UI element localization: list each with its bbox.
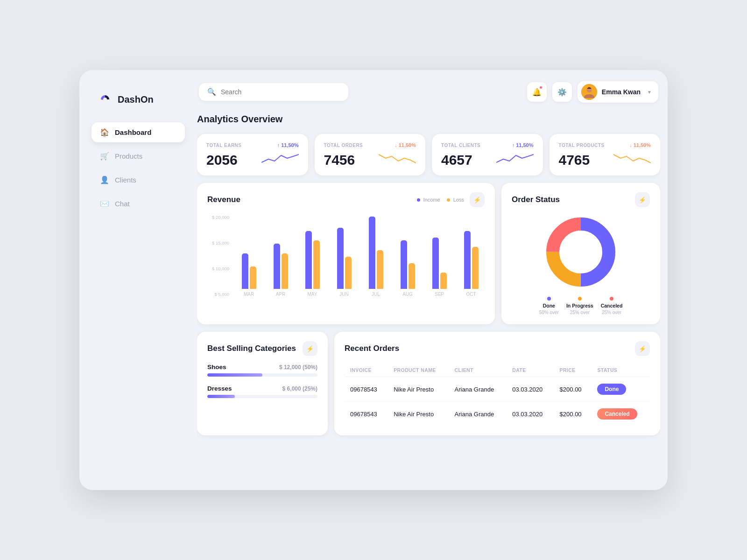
- stat-change-clients: ↑ 11,50%: [512, 142, 534, 148]
- table-row: 09678543 Nike Air Presto Ariana Grande 0…: [345, 377, 650, 402]
- bar-label-jul: JUL: [372, 292, 380, 297]
- best-selling-card: Best Selling Categories ⚡ Shoes $ 12,000…: [197, 332, 328, 435]
- stat-card-earns: TOTAL EARNS ↑ 11,50% 2056: [197, 134, 308, 175]
- category-shoes-bar-fill: [207, 373, 262, 377]
- bar-sep-income: [432, 238, 439, 289]
- analytics-title: Analytics Overview: [197, 114, 660, 125]
- donut-container: Done 50% over In Progress 25% over Cance…: [512, 215, 650, 315]
- sidebar-item-chat[interactable]: ✉️ Chat: [92, 194, 185, 214]
- bar-aug-income: [401, 240, 407, 289]
- charts-row: Revenue Income Loss ⚡: [197, 183, 660, 324]
- sidebar-item-products[interactable]: 🛒 Products: [92, 146, 185, 166]
- legend-canceled: Canceled 25% over: [601, 297, 623, 315]
- revenue-legend: Income Loss: [417, 197, 464, 203]
- revenue-title: Revenue: [207, 195, 240, 204]
- bar-may-income: [305, 231, 312, 289]
- best-selling-filter-button[interactable]: ⚡: [303, 341, 317, 356]
- category-dresses-amount: $ 6,000 (25%): [282, 385, 317, 392]
- row2-price: $200.00: [554, 402, 592, 427]
- recent-orders-card: Recent Orders ⚡ INVOICE PRODUCT NAME CLI…: [334, 332, 660, 435]
- y-label-15k: $ 15,000: [207, 240, 233, 245]
- svg-point-8: [560, 231, 601, 273]
- bar-may-loss: [313, 240, 320, 289]
- category-shoes-amount: $ 12,000 (50%): [279, 364, 317, 371]
- stat-label-earns: TOTAL EARNS: [206, 143, 242, 148]
- orders-table: INVOICE PRODUCT NAME CLIENT DATE PRICE S…: [345, 364, 650, 426]
- row1-client: Ariana Grande: [449, 377, 507, 402]
- sidebar-label-products: Products: [115, 152, 142, 160]
- stat-change-products: ↓ 11,50%: [629, 142, 651, 148]
- notification-dot: [539, 86, 543, 89]
- revenue-card: Revenue Income Loss ⚡: [197, 183, 495, 324]
- chevron-down-icon: ▼: [647, 90, 652, 95]
- col-invoice: INVOICE: [345, 364, 388, 377]
- header-right: 🔔 ⚙️ Emma Kwan ▼: [527, 81, 658, 103]
- mini-chart-products: [613, 151, 651, 167]
- app-frame: DashOn 🏠 Dashboard 🛒 Products 👤 Clients …: [79, 70, 668, 490]
- bar-sep-loss: [440, 273, 447, 289]
- revenue-filter-button[interactable]: ⚡: [470, 192, 485, 207]
- bar-mar-income: [242, 253, 248, 289]
- col-client: CLIENT: [449, 364, 507, 377]
- avatar-image: [581, 84, 597, 100]
- legend-inprogress-sub: 25% over: [570, 310, 590, 315]
- mini-chart-orders: [379, 151, 416, 167]
- stat-value-earns: 2056: [206, 153, 238, 167]
- order-status-title: Order Status: [512, 195, 560, 204]
- bar-group-jun: JUN: [331, 207, 358, 297]
- category-dresses-bar-bg: [207, 395, 317, 398]
- category-shoes: Shoes $ 12,000 (50%): [207, 364, 317, 377]
- legend-inprogress-label: In Progress: [566, 303, 593, 308]
- category-dresses: Dresses $ 6,000 (25%): [207, 385, 317, 398]
- col-status: STATUS: [592, 364, 650, 377]
- bar-oct-loss: [472, 247, 479, 289]
- row1-price: $200.00: [554, 377, 592, 402]
- sidebar-label-clients: Clients: [115, 176, 136, 184]
- logo-icon: [97, 91, 113, 107]
- search-bar[interactable]: 🔍: [199, 83, 348, 101]
- search-input[interactable]: [221, 88, 340, 96]
- y-label-5k: $ 5,000: [207, 292, 233, 297]
- row1-product: Nike Air Presto: [388, 377, 449, 402]
- bar-label-jun: JUN: [339, 292, 348, 297]
- legend-done-label: Done: [543, 303, 555, 308]
- best-selling-title: Best Selling Categories: [207, 344, 296, 353]
- bar-label-aug: AUG: [402, 292, 413, 297]
- category-shoes-bar-bg: [207, 373, 317, 377]
- sidebar-item-clients[interactable]: 👤 Clients: [92, 170, 185, 190]
- category-dresses-name: Dresses: [207, 385, 232, 392]
- bar-label-sep: SEP: [435, 292, 444, 297]
- stat-label-products: TOTAL PRODUCTS: [559, 143, 605, 148]
- status-badge-canceled: Canceled: [597, 408, 637, 420]
- recent-orders-filter-button[interactable]: ⚡: [635, 341, 650, 356]
- svg-point-1: [103, 98, 107, 101]
- stat-change-earns: ↑ 11,50%: [277, 142, 299, 148]
- bar-group-mar: MAR: [235, 207, 262, 297]
- row2-status: Canceled: [592, 402, 650, 427]
- bar-label-may: MAY: [308, 292, 317, 297]
- order-status-filter-button[interactable]: ⚡: [635, 192, 650, 207]
- user-menu[interactable]: Emma Kwan ▼: [578, 81, 658, 103]
- legend-done: Done 50% over: [539, 297, 559, 315]
- bar-aug-loss: [409, 263, 415, 289]
- legend-inprogress: In Progress 25% over: [566, 297, 593, 315]
- bar-mar-loss: [250, 266, 256, 289]
- stat-value-orders: 7456: [324, 153, 355, 167]
- bar-label-oct: OCT: [466, 292, 476, 297]
- row1-status: Done: [592, 377, 650, 402]
- legend-canceled-label: Canceled: [601, 303, 623, 308]
- avatar: [581, 84, 597, 100]
- row2-client: Ariana Grande: [449, 402, 507, 427]
- settings-button[interactable]: ⚙️: [552, 82, 572, 102]
- notifications-button[interactable]: 🔔: [527, 82, 547, 102]
- table-row: 09678543 Nike Air Presto Ariana Grande 0…: [345, 402, 650, 427]
- stat-label-orders: TOTAL ORDERS: [324, 143, 363, 148]
- order-status-card: Order Status ⚡: [501, 183, 660, 324]
- legend-done-sub: 50% over: [539, 310, 559, 315]
- header: 🔍 🔔 ⚙️: [197, 77, 660, 106]
- row2-product: Nike Air Presto: [388, 402, 449, 427]
- sidebar-item-dashboard[interactable]: 🏠 Dashboard: [92, 122, 185, 142]
- user-name: Emma Kwan: [602, 88, 641, 96]
- stat-card-orders: TOTAL ORDERS ↓ 11,50% 7456: [315, 134, 426, 175]
- search-icon: 🔍: [207, 88, 216, 96]
